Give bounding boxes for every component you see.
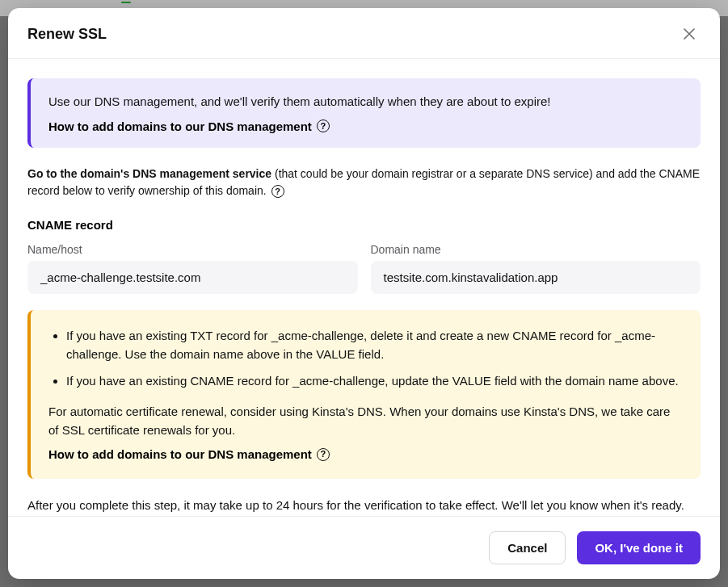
info-callout-purple: Use our DNS management, and we'll verify…: [27, 78, 701, 148]
modal-title: Renew SSL: [27, 26, 107, 43]
dns-instruction-text: Go to the domain's DNS management servic…: [27, 166, 701, 200]
domain-name-label: Domain name: [371, 243, 701, 256]
help-icon: ?: [317, 119, 330, 132]
domain-name-value[interactable]: testsite.com.kinstavalidation.app: [371, 261, 701, 294]
name-host-field: Name/host _acme-challenge.testsite.com: [27, 243, 358, 294]
verification-note: After you complete this step, it may tak…: [27, 497, 701, 515]
dns-management-link-text: How to add domains to our DNS management: [48, 119, 312, 133]
renew-ssl-modal: Renew SSL Use our DNS management, and we…: [8, 8, 720, 579]
dns-management-link-yellow[interactable]: How to add domains to our DNS management…: [48, 447, 683, 461]
warning-bullet-1: If you have an existing TXT record for _…: [66, 326, 683, 364]
warning-bullet-list: If you have an existing TXT record for _…: [48, 326, 683, 391]
modal-body: Use our DNS management, and we'll verify…: [8, 59, 720, 516]
warning-callout-yellow: If you have an existing TXT record for _…: [27, 310, 701, 479]
warning-body-text: For automatic certificate renewal, consi…: [48, 402, 683, 440]
dns-management-link[interactable]: How to add domains to our DNS management…: [48, 119, 683, 133]
dns-instruction-bold: Go to the domain's DNS management servic…: [27, 167, 271, 180]
name-host-value[interactable]: _acme-challenge.testsite.com: [27, 261, 358, 294]
callout-purple-text: Use our DNS management, and we'll verify…: [48, 93, 683, 111]
warning-bullet-2: If you have an existing CNAME record for…: [66, 371, 683, 390]
cname-section-label: CNAME record: [27, 218, 701, 232]
domain-name-field: Domain name testsite.com.kinstavalidatio…: [371, 243, 701, 294]
dns-management-link-yellow-text: How to add domains to our DNS management: [48, 447, 312, 461]
name-host-label: Name/host: [27, 243, 358, 256]
help-icon: ?: [317, 448, 330, 461]
close-button[interactable]: [678, 23, 701, 45]
modal-header: Renew SSL: [8, 8, 720, 59]
cancel-button[interactable]: Cancel: [489, 531, 566, 564]
confirm-button[interactable]: OK, I've done it: [577, 531, 701, 564]
cname-fields: Name/host _acme-challenge.testsite.com D…: [27, 243, 701, 294]
help-icon[interactable]: ?: [271, 185, 284, 198]
modal-footer: Cancel OK, I've done it: [8, 516, 720, 579]
close-icon: [684, 28, 695, 40]
